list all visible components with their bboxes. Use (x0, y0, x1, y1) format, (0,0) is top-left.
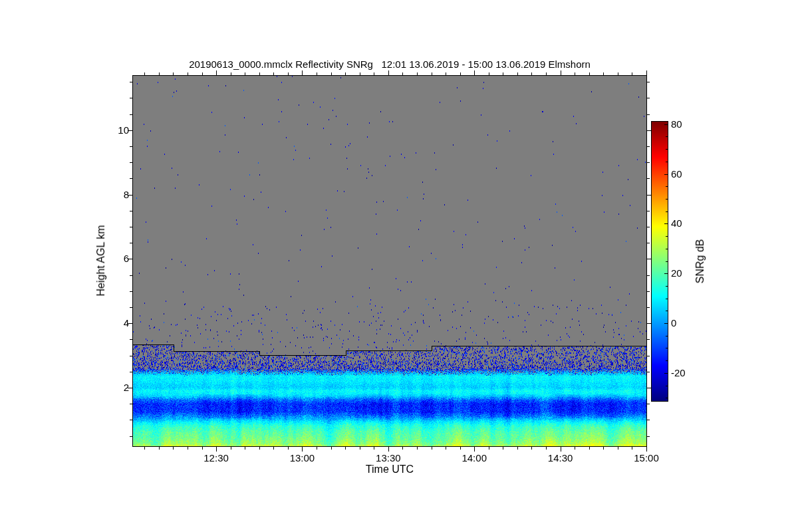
y-tick-label: 8 (98, 189, 129, 200)
y-tick-label: 2 (98, 382, 129, 393)
y-tick-label: 10 (98, 124, 129, 136)
colorbar-tick-label: 60 (671, 168, 700, 180)
colorbar-tick-label: 40 (671, 217, 700, 229)
colorbar-tick-label: 0 (671, 317, 700, 329)
x-tick-label: 13:00 (282, 452, 322, 464)
colorbar-tick-label: -20 (671, 367, 700, 378)
colorbar-tick-label: 20 (671, 267, 700, 279)
x-tick-label: 12:30 (196, 452, 236, 464)
x-axis-label: Time UTC (133, 464, 646, 475)
x-tick-label: 13:30 (368, 452, 408, 464)
x-tick-label: 14:00 (454, 452, 494, 464)
y-tick-label: 4 (98, 317, 129, 329)
x-tick-label: 15:00 (626, 452, 666, 464)
x-tick-label: 14:30 (541, 452, 581, 464)
y-tick-label: 6 (98, 253, 129, 264)
radar-reflectivity-figure: 20190613_0000.mmclx Reflectivity SNRg 12… (0, 0, 798, 532)
colorbar-tick-label: 80 (671, 118, 700, 130)
chart-title: 20190613_0000.mmclx Reflectivity SNRg 12… (133, 59, 646, 70)
